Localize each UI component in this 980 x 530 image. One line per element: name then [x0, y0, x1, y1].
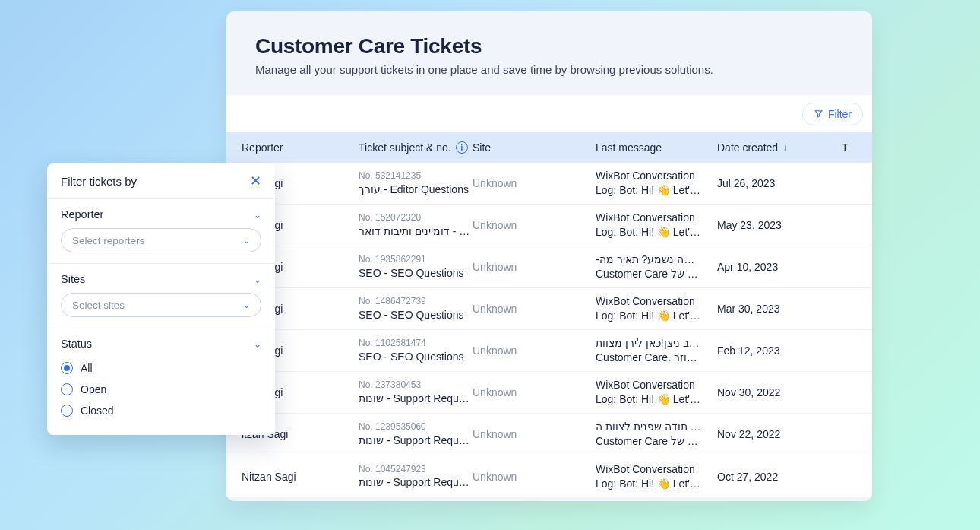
table-row[interactable]: zan Sagi No. 237380453 שונות - Support R… [226, 372, 872, 414]
radio-icon [61, 362, 73, 374]
col-last-message[interactable]: Last message [596, 141, 717, 154]
filter-button-label: Filter [828, 108, 852, 120]
table-row[interactable]: zan Sagi No. 1935862291 SEO - SEO Questi… [226, 246, 872, 288]
cell-date: Jul 26, 2023 [717, 177, 842, 189]
col-date-created[interactable]: Date created ↓ [717, 141, 842, 154]
filter-popover-title: Filter tickets by [61, 175, 137, 188]
chevron-up-icon: ⌃ [254, 338, 261, 349]
col-truncated: T [842, 141, 858, 154]
table-row[interactable]: itzan Sagi No. 1239535060 שונות - Suppor… [226, 414, 872, 455]
table-header: Reporter Ticket subject & no. i Site Las… [226, 132, 872, 163]
page-subtitle: Manage all your support tickets in one p… [255, 63, 843, 76]
filter-section-status: Status ⌃ All Open Closed [47, 328, 275, 435]
status-radio-all[interactable]: All [61, 357, 261, 379]
col-site[interactable]: Site [473, 141, 596, 154]
chevron-down-icon: ⌄ [243, 236, 250, 246]
status-radio-open[interactable]: Open [61, 379, 261, 400]
filter-popover-header: Filter tickets by ✕ [47, 163, 275, 199]
page-title: Customer Care Tickets [255, 34, 843, 59]
cell-message: WixBot Conversation Log: Bot: Hi! 👋 Let'… [596, 169, 717, 198]
filter-icon [814, 109, 824, 119]
table-row[interactable]: zan Sagi No. 152072320 דומיינים ותיבות ד… [226, 205, 872, 246]
tickets-table: Reporter Ticket subject & no. i Site Las… [226, 132, 872, 497]
sort-arrow-icon: ↓ [782, 142, 787, 153]
table-row[interactable]: zan Sagi No. 532141235 עורך - Editor Que… [226, 163, 872, 205]
filter-sites-label: Sites [61, 273, 85, 285]
radio-icon [61, 383, 73, 395]
cell-subject: No. 532141235 עורך - Editor Questions [359, 170, 473, 196]
filter-popover: Filter tickets by ✕ Reporter ⌃ Select re… [47, 163, 275, 435]
info-icon[interactable]: i [456, 141, 468, 154]
cell-site: Unknown [473, 177, 596, 189]
tickets-panel: Customer Care Tickets Manage all your su… [226, 11, 872, 501]
status-radio-closed[interactable]: Closed [61, 400, 261, 421]
filter-bar: Filter [226, 94, 872, 132]
col-subject[interactable]: Ticket subject & no. i [359, 141, 473, 154]
filter-section-reporter: Reporter ⌃ Select reporters ⌄ [47, 199, 275, 264]
table-body: zan Sagi No. 532141235 עורך - Editor Que… [226, 163, 872, 497]
chevron-up-icon: ⌃ [254, 274, 261, 284]
reporter-select[interactable]: Select reporters ⌄ [61, 228, 261, 252]
chevron-up-icon: ⌃ [254, 209, 261, 220]
table-row[interactable]: zan Sagi No. 1486472739 SEO - SEO Questi… [226, 288, 872, 330]
filter-reporter-label: Reporter [61, 208, 103, 221]
filter-status-label: Status [61, 338, 92, 350]
panel-header: Customer Care Tickets Manage all your su… [226, 11, 872, 94]
sites-select[interactable]: Select sites ⌄ [61, 293, 261, 317]
table-row[interactable]: zan Sagi No. 1102581474 SEO - SEO Questi… [226, 330, 872, 372]
table-row[interactable]: Nitzan Sagi No. 1045247923 שונות - Suppo… [226, 455, 872, 497]
close-icon[interactable]: ✕ [250, 174, 261, 188]
filter-section-sites: Sites ⌃ Select sites ⌄ [47, 264, 275, 328]
radio-icon [61, 405, 73, 417]
chevron-down-icon: ⌄ [243, 300, 250, 310]
filter-button[interactable]: Filter [802, 103, 863, 125]
col-reporter[interactable]: Reporter [242, 141, 359, 154]
